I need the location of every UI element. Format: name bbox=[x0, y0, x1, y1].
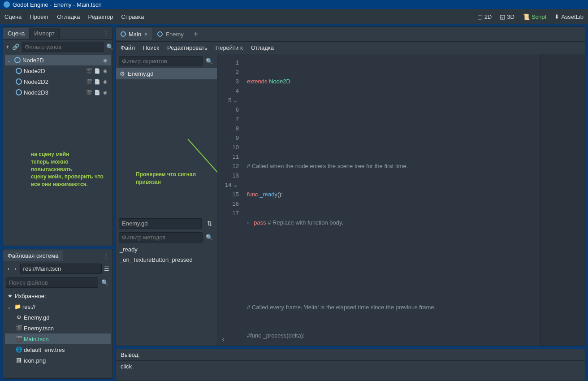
menu-help[interactable]: Справка bbox=[121, 13, 144, 20]
visibility-icon[interactable]: ◉ bbox=[102, 57, 109, 63]
nav-forward-icon[interactable]: › bbox=[13, 265, 18, 273]
menu-scene[interactable]: Сцена bbox=[4, 13, 22, 20]
dock-options-icon[interactable]: ⋮ bbox=[99, 30, 112, 37]
instance-icon[interactable]: 🎬 bbox=[86, 68, 93, 74]
search-icon[interactable]: 🔍 bbox=[100, 278, 110, 288]
menu-project[interactable]: Проект bbox=[30, 13, 49, 20]
panel-collapse-icon[interactable]: ‹ bbox=[219, 335, 227, 343]
image-icon: 🖼 bbox=[16, 357, 22, 364]
node2d-icon bbox=[16, 89, 22, 95]
globe-icon: 🌐 bbox=[16, 346, 22, 353]
scene-node-child[interactable]: Node2D3 🎬📄◉ bbox=[5, 87, 111, 98]
dock-options-icon[interactable]: ⋮ bbox=[99, 252, 112, 259]
visibility-icon[interactable]: ◉ bbox=[102, 79, 109, 85]
script-menu-goto[interactable]: Перейти к bbox=[216, 44, 243, 51]
search-icon[interactable]: 🔍 bbox=[204, 233, 214, 242]
line-gutter: 1234 5 ⌄678 910111213 →⬚14 ⌄ 151617 bbox=[217, 54, 242, 218]
star-icon: ★ bbox=[7, 293, 13, 299]
visibility-icon[interactable]: ◉ bbox=[102, 90, 109, 95]
tab-filesystem[interactable]: Файловая система bbox=[3, 251, 63, 261]
menubar: Сцена Проект Отладка Редактор Справка ⬚2… bbox=[0, 9, 588, 24]
filesystem-dock: Файловая система ⋮ ‹ › ☰ 🔍 ★ Избранное: … bbox=[3, 249, 113, 379]
scene-node-root[interactable]: ⌄ Node2D ◉ bbox=[5, 55, 111, 65]
mode-script[interactable]: 📜Script bbox=[523, 13, 546, 20]
node2d-icon bbox=[16, 68, 22, 74]
fs-file[interactable]: 🌐 default_env.tres bbox=[5, 344, 111, 355]
fs-favorites[interactable]: ★ Избранное: bbox=[5, 290, 111, 301]
node2d-icon bbox=[14, 57, 21, 63]
script-editor: Main × Enemy + Файл Поиск Редактировать … bbox=[116, 26, 585, 346]
fold-icon[interactable]: ⌄ bbox=[7, 57, 12, 64]
script-icon: 📜 bbox=[523, 13, 530, 20]
output-body: click bbox=[116, 361, 585, 373]
output-title: Вывод: bbox=[116, 349, 585, 361]
minimap[interactable] bbox=[540, 54, 585, 346]
window-title: Godot Engine - Enemy - Main.tscn bbox=[13, 1, 102, 8]
method-item[interactable]: _on_TextureButton_pressed bbox=[116, 255, 217, 265]
fs-file[interactable]: 🎬 Enemy.tscn bbox=[5, 323, 111, 333]
scene-icon: 🎬 bbox=[16, 325, 22, 331]
script-icon[interactable]: 📄 bbox=[94, 90, 101, 95]
script-menu-file[interactable]: Файл bbox=[121, 44, 135, 51]
gear-icon: ⚙ bbox=[16, 314, 22, 320]
node2d-icon bbox=[121, 31, 126, 37]
fs-file[interactable]: ⚙ Enemy.gd bbox=[5, 312, 111, 323]
scene-node-child[interactable]: Node2D2 🎬📄◉ bbox=[5, 76, 111, 87]
path-input[interactable] bbox=[20, 264, 102, 274]
script-sidebar: 🔍 ⚙ Enemy.gd Проверяем что сигнал привяз… bbox=[116, 54, 217, 346]
search-files-input[interactable] bbox=[6, 277, 98, 288]
scene-icon: 🎬 bbox=[16, 336, 22, 342]
code-editor[interactable]: 1234 5 ⌄678 910111213 →⬚14 ⌄ 151617 exte… bbox=[217, 54, 540, 346]
code-content: extends Node2D # Called when the node en… bbox=[247, 58, 436, 346]
method-item[interactable]: _ready bbox=[116, 244, 217, 255]
annotation-scene: на сцену мейн теперь можно повытаскивать… bbox=[27, 147, 112, 192]
fs-file[interactable]: 🖼 icon.png bbox=[5, 355, 111, 366]
script-list-item[interactable]: ⚙ Enemy.gd bbox=[116, 68, 217, 79]
visibility-icon[interactable]: ◉ bbox=[102, 68, 109, 74]
node2d-icon bbox=[157, 31, 163, 37]
script-icon[interactable]: 📄 bbox=[94, 68, 101, 74]
close-icon[interactable]: × bbox=[144, 30, 147, 38]
fs-root[interactable]: ⌄ 📁 res:// bbox=[5, 301, 111, 312]
node2d-icon bbox=[16, 78, 22, 85]
filter-nodes-input[interactable] bbox=[22, 42, 104, 52]
titlebar: Godot Engine - Enemy - Main.tscn bbox=[0, 0, 588, 9]
script-tab-enemy[interactable]: Enemy bbox=[153, 29, 188, 40]
filter-scripts-input[interactable] bbox=[119, 56, 203, 66]
2d-icon: ⬚ bbox=[477, 13, 483, 20]
add-tab-icon[interactable]: + bbox=[189, 30, 203, 39]
tab-import[interactable]: Импорт bbox=[30, 28, 59, 39]
instance-icon[interactable]: 🎬 bbox=[86, 90, 93, 95]
script-tab-main[interactable]: Main × bbox=[116, 28, 152, 40]
class-input[interactable] bbox=[119, 218, 202, 229]
sort-icon[interactable]: ⇅ bbox=[204, 219, 214, 229]
tab-scene[interactable]: Сцена bbox=[3, 28, 30, 39]
script-icon[interactable]: 📄 bbox=[94, 79, 101, 85]
script-menu-edit[interactable]: Редактировать bbox=[167, 44, 208, 51]
godot-icon bbox=[4, 1, 10, 8]
search-icon[interactable]: 🔍 bbox=[204, 56, 214, 66]
instance-icon[interactable]: 🎬 bbox=[86, 79, 93, 85]
search-icon[interactable]: 🔍 bbox=[106, 42, 113, 52]
scene-node-child[interactable]: Node2D 🎬📄◉ bbox=[5, 65, 111, 76]
download-icon: ⬇ bbox=[554, 13, 559, 20]
filter-methods-input[interactable] bbox=[119, 232, 203, 242]
nav-back-icon[interactable]: ‹ bbox=[6, 265, 11, 273]
split-view-icon[interactable]: ☰ bbox=[104, 264, 110, 274]
mode-2d[interactable]: ⬚2D bbox=[477, 13, 492, 20]
output-panel: Вывод: click bbox=[116, 349, 585, 381]
fs-file-active[interactable]: 🎬 Main.tscn bbox=[5, 333, 111, 344]
mode-3d[interactable]: ◱3D bbox=[500, 13, 514, 20]
scene-dock: Сцена Импорт ⋮ + 🔗 🔍 ⚙ ⌄ Node2D ◉ bbox=[3, 26, 113, 246]
folder-icon: 📁 bbox=[14, 303, 21, 310]
script-menu-debug[interactable]: Отладка bbox=[251, 44, 274, 51]
3d-icon: ◱ bbox=[500, 13, 505, 20]
script-menu-search[interactable]: Поиск bbox=[143, 44, 159, 51]
menu-editor[interactable]: Редактор bbox=[88, 13, 113, 20]
link-icon[interactable]: 🔗 bbox=[12, 42, 19, 52]
mode-assetlib[interactable]: ⬇AssetLib bbox=[554, 13, 584, 20]
fold-icon[interactable]: ⌄ bbox=[7, 303, 12, 310]
add-node-icon[interactable]: + bbox=[6, 42, 9, 52]
menu-debug[interactable]: Отладка bbox=[57, 13, 80, 20]
gear-icon: ⚙ bbox=[120, 70, 125, 77]
